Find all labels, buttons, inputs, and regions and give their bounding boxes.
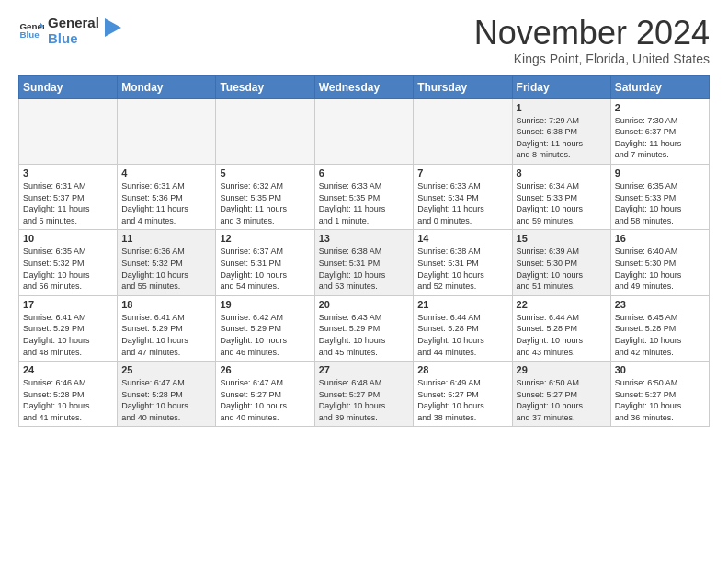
calendar-cell (216, 98, 314, 164)
calendar-cell: 23Sunrise: 6:45 AM Sunset: 5:28 PM Dayli… (610, 295, 709, 361)
day-number: 19 (220, 299, 310, 310)
calendar-cell: 14Sunrise: 6:38 AM Sunset: 5:31 PM Dayli… (414, 230, 512, 295)
calendar-table: SundayMondayTuesdayWednesdayThursdayFrid… (18, 75, 710, 428)
calendar-cell: 28Sunrise: 6:49 AM Sunset: 5:27 PM Dayli… (414, 362, 512, 427)
day-info: Sunrise: 6:38 AM Sunset: 5:31 PM Dayligh… (417, 246, 507, 292)
day-info: Sunrise: 6:46 AM Sunset: 5:28 PM Dayligh… (23, 377, 113, 423)
day-number: 14 (417, 233, 507, 244)
day-info: Sunrise: 6:45 AM Sunset: 5:28 PM Dayligh… (615, 312, 705, 358)
calendar-cell (414, 98, 512, 164)
day-info: Sunrise: 6:43 AM Sunset: 5:29 PM Dayligh… (319, 312, 410, 358)
weekday-header: Monday (118, 75, 216, 98)
day-info: Sunrise: 6:31 AM Sunset: 5:37 PM Dayligh… (23, 180, 113, 226)
day-info: Sunrise: 6:35 AM Sunset: 5:32 PM Dayligh… (23, 246, 113, 292)
day-number: 24 (23, 364, 113, 375)
day-number: 20 (319, 299, 410, 310)
day-info: Sunrise: 6:31 AM Sunset: 5:36 PM Dayligh… (121, 180, 211, 226)
day-info: Sunrise: 6:42 AM Sunset: 5:29 PM Dayligh… (220, 312, 310, 358)
calendar-cell: 26Sunrise: 6:47 AM Sunset: 5:27 PM Dayli… (216, 362, 314, 427)
day-number: 18 (121, 299, 211, 310)
calendar-cell: 9Sunrise: 6:35 AM Sunset: 5:33 PM Daylig… (610, 164, 709, 229)
day-number: 6 (319, 167, 410, 178)
calendar-week-row: 24Sunrise: 6:46 AM Sunset: 5:28 PM Dayli… (19, 362, 710, 427)
calendar-week-row: 10Sunrise: 6:35 AM Sunset: 5:32 PM Dayli… (19, 230, 710, 295)
day-number: 5 (220, 167, 310, 178)
calendar-cell: 25Sunrise: 6:47 AM Sunset: 5:28 PM Dayli… (118, 362, 216, 427)
calendar-cell: 15Sunrise: 6:39 AM Sunset: 5:30 PM Dayli… (512, 230, 610, 295)
calendar-cell: 2Sunrise: 7:30 AM Sunset: 6:37 PM Daylig… (610, 98, 709, 164)
day-info: Sunrise: 7:29 AM Sunset: 6:38 PM Dayligh… (517, 115, 607, 161)
day-info: Sunrise: 6:37 AM Sunset: 5:31 PM Dayligh… (220, 246, 310, 292)
calendar-cell: 16Sunrise: 6:40 AM Sunset: 5:30 PM Dayli… (610, 230, 709, 295)
weekday-header: Friday (512, 75, 610, 98)
calendar-week-row: 17Sunrise: 6:41 AM Sunset: 5:29 PM Dayli… (19, 295, 710, 361)
svg-text:Blue: Blue (19, 30, 40, 40)
day-info: Sunrise: 6:39 AM Sunset: 5:30 PM Dayligh… (517, 246, 607, 292)
calendar-cell: 18Sunrise: 6:41 AM Sunset: 5:29 PM Dayli… (118, 295, 216, 361)
day-number: 15 (517, 233, 607, 244)
day-info: Sunrise: 6:35 AM Sunset: 5:33 PM Dayligh… (615, 180, 705, 226)
calendar-cell: 29Sunrise: 6:50 AM Sunset: 5:27 PM Dayli… (512, 362, 610, 427)
calendar-cell: 6Sunrise: 6:33 AM Sunset: 5:35 PM Daylig… (314, 164, 414, 229)
weekday-header: Tuesday (216, 75, 314, 98)
day-number: 12 (220, 233, 310, 244)
day-info: Sunrise: 6:34 AM Sunset: 5:33 PM Dayligh… (517, 180, 607, 226)
calendar-week-row: 3Sunrise: 6:31 AM Sunset: 5:37 PM Daylig… (19, 164, 710, 229)
calendar-cell: 11Sunrise: 6:36 AM Sunset: 5:32 PM Dayli… (118, 230, 216, 295)
day-info: Sunrise: 6:32 AM Sunset: 5:35 PM Dayligh… (220, 180, 310, 226)
day-info: Sunrise: 7:30 AM Sunset: 6:37 PM Dayligh… (615, 115, 705, 161)
calendar-cell (118, 98, 216, 164)
calendar-cell: 1Sunrise: 7:29 AM Sunset: 6:38 PM Daylig… (512, 98, 610, 164)
calendar-cell: 22Sunrise: 6:44 AM Sunset: 5:28 PM Dayli… (512, 295, 610, 361)
calendar-cell: 24Sunrise: 6:46 AM Sunset: 5:28 PM Dayli… (19, 362, 118, 427)
calendar-week-row: 1Sunrise: 7:29 AM Sunset: 6:38 PM Daylig… (19, 98, 710, 164)
location: Kings Point, Florida, United States (474, 52, 710, 66)
calendar-cell: 20Sunrise: 6:43 AM Sunset: 5:29 PM Dayli… (314, 295, 414, 361)
calendar-cell: 27Sunrise: 6:48 AM Sunset: 5:27 PM Dayli… (314, 362, 414, 427)
logo-blue: Blue (48, 30, 99, 46)
calendar-cell: 3Sunrise: 6:31 AM Sunset: 5:37 PM Daylig… (19, 164, 118, 229)
calendar-cell: 17Sunrise: 6:41 AM Sunset: 5:29 PM Dayli… (19, 295, 118, 361)
day-info: Sunrise: 6:47 AM Sunset: 5:28 PM Dayligh… (121, 377, 211, 423)
weekday-header: Wednesday (314, 75, 414, 98)
calendar-cell: 7Sunrise: 6:33 AM Sunset: 5:34 PM Daylig… (414, 164, 512, 229)
svg-marker-3 (105, 18, 121, 37)
day-number: 2 (615, 102, 705, 113)
day-info: Sunrise: 6:41 AM Sunset: 5:29 PM Dayligh… (121, 312, 211, 358)
calendar-cell: 21Sunrise: 6:44 AM Sunset: 5:28 PM Dayli… (414, 295, 512, 361)
day-info: Sunrise: 6:49 AM Sunset: 5:27 PM Dayligh… (417, 377, 507, 423)
day-number: 11 (121, 233, 211, 244)
day-number: 16 (615, 233, 705, 244)
day-info: Sunrise: 6:33 AM Sunset: 5:34 PM Dayligh… (417, 180, 507, 226)
calendar-cell (19, 98, 118, 164)
calendar-cell: 4Sunrise: 6:31 AM Sunset: 5:36 PM Daylig… (118, 164, 216, 229)
calendar-cell (314, 98, 414, 164)
day-info: Sunrise: 6:50 AM Sunset: 5:27 PM Dayligh… (615, 377, 705, 423)
weekday-header: Sunday (19, 75, 118, 98)
day-number: 4 (121, 167, 211, 178)
day-number: 22 (517, 299, 607, 310)
title-block: November 2024 Kings Point, Florida, Unit… (474, 15, 710, 66)
day-info: Sunrise: 6:38 AM Sunset: 5:31 PM Dayligh… (319, 246, 410, 292)
day-number: 23 (615, 299, 705, 310)
day-info: Sunrise: 6:48 AM Sunset: 5:27 PM Dayligh… (319, 377, 410, 423)
logo-icon: General Blue (18, 17, 44, 43)
day-number: 7 (417, 167, 507, 178)
day-number: 21 (417, 299, 507, 310)
calendar-cell: 10Sunrise: 6:35 AM Sunset: 5:32 PM Dayli… (19, 230, 118, 295)
day-number: 3 (23, 167, 113, 178)
day-number: 25 (121, 364, 211, 375)
month-year: November 2024 (474, 15, 710, 52)
calendar-cell: 8Sunrise: 6:34 AM Sunset: 5:33 PM Daylig… (512, 164, 610, 229)
day-number: 10 (23, 233, 113, 244)
calendar-header-row: SundayMondayTuesdayWednesdayThursdayFrid… (19, 75, 710, 98)
weekday-header: Saturday (610, 75, 709, 98)
day-number: 1 (517, 102, 607, 113)
day-number: 27 (319, 364, 410, 375)
day-info: Sunrise: 6:44 AM Sunset: 5:28 PM Dayligh… (517, 312, 607, 358)
day-number: 9 (615, 167, 705, 178)
header: General Blue General Blue November 2024 … (18, 15, 710, 66)
day-number: 29 (517, 364, 607, 375)
calendar-cell: 12Sunrise: 6:37 AM Sunset: 5:31 PM Dayli… (216, 230, 314, 295)
logo: General Blue General Blue (18, 15, 121, 47)
